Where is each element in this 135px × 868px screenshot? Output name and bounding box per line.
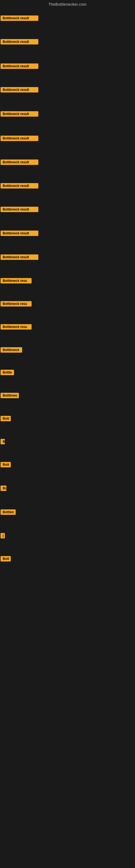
result-item-16: Bottle xyxy=(1,370,14,376)
bottleneck-badge-9[interactable]: Bottleneck result xyxy=(1,207,38,212)
result-item-23: | xyxy=(1,533,5,539)
bottleneck-badge-6[interactable]: Bottleneck result xyxy=(1,135,38,141)
bottleneck-badge-18[interactable]: Bott xyxy=(1,416,11,421)
result-item-21: Bo xyxy=(1,486,6,492)
result-item-4: Bottleneck result xyxy=(1,87,38,94)
bottleneck-badge-14[interactable]: Bottleneck resu xyxy=(1,324,32,330)
result-item-7: Bottleneck result xyxy=(1,159,38,166)
result-item-24: Bott xyxy=(1,556,11,563)
result-item-17: Bottlenec xyxy=(1,393,19,399)
result-item-10: Bottleneck result xyxy=(1,230,38,237)
result-item-5: Bottleneck result xyxy=(1,111,38,118)
result-item-3: Bottleneck result xyxy=(1,63,38,70)
result-item-20: Bott xyxy=(1,462,11,468)
bottleneck-badge-4[interactable]: Bottleneck result xyxy=(1,87,38,93)
result-item-18: Bott xyxy=(1,416,11,422)
result-item-15: Bottleneck xyxy=(1,347,22,354)
bottleneck-badge-10[interactable]: Bottleneck result xyxy=(1,230,38,236)
bottleneck-badge-23[interactable]: | xyxy=(1,533,5,538)
bottleneck-badge-20[interactable]: Bott xyxy=(1,462,11,467)
bottleneck-badge-1[interactable]: Bottleneck result xyxy=(1,16,38,21)
result-item-12: Bottleneck resu xyxy=(1,278,32,284)
result-item-22: Bottlen xyxy=(1,509,16,516)
bottleneck-badge-15[interactable]: Bottleneck xyxy=(1,347,22,352)
bottleneck-badge-5[interactable]: Bottleneck result xyxy=(1,111,38,117)
result-item-13: Bottleneck resu xyxy=(1,301,32,308)
result-item-8: Bottleneck result xyxy=(1,183,38,190)
result-item-6: Bottleneck result xyxy=(1,135,38,142)
bottleneck-badge-13[interactable]: Bottleneck resu xyxy=(1,301,32,307)
result-item-1: Bottleneck result xyxy=(1,16,38,22)
bottleneck-badge-2[interactable]: Bottleneck result xyxy=(1,39,38,44)
bottleneck-badge-21[interactable]: Bo xyxy=(1,486,6,491)
bottleneck-badge-22[interactable]: Bottlen xyxy=(1,509,16,515)
result-item-14: Bottleneck resu xyxy=(1,324,32,331)
result-item-2: Bottleneck result xyxy=(1,39,38,45)
bottleneck-badge-24[interactable]: Bott xyxy=(1,556,11,561)
result-item-19: B xyxy=(1,439,5,445)
bottleneck-badge-19[interactable]: B xyxy=(1,439,5,444)
result-item-9: Bottleneck result xyxy=(1,207,38,213)
bottleneck-badge-3[interactable]: Bottleneck result xyxy=(1,63,38,69)
bottleneck-badge-7[interactable]: Bottleneck result xyxy=(1,159,38,165)
bottleneck-badge-8[interactable]: Bottleneck result xyxy=(1,183,38,188)
site-header: TheBottlenecker.com xyxy=(0,0,135,8)
bottleneck-badge-11[interactable]: Bottleneck result xyxy=(1,254,38,260)
page-container: TheBottlenecker.com Bottleneck resultBot… xyxy=(0,0,135,868)
bottleneck-badge-16[interactable]: Bottle xyxy=(1,370,14,375)
bottleneck-badge-12[interactable]: Bottleneck resu xyxy=(1,278,32,283)
site-title: TheBottlenecker.com xyxy=(48,2,86,6)
bottleneck-badge-17[interactable]: Bottlenec xyxy=(1,393,19,398)
result-item-11: Bottleneck result xyxy=(1,254,38,261)
